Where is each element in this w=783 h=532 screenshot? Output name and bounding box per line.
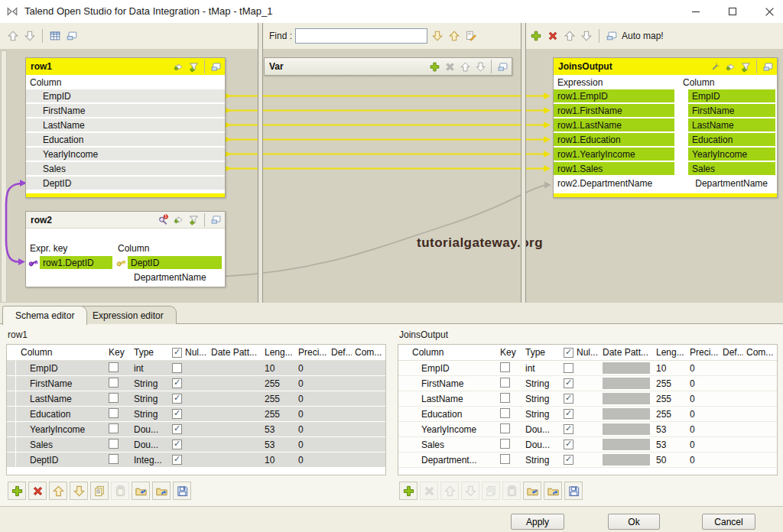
key-checkbox[interactable] <box>500 454 510 464</box>
schema-length[interactable]: 10 <box>262 363 295 374</box>
delete-row-button[interactable] <box>28 482 47 500</box>
save-button[interactable] <box>564 482 583 500</box>
row1-field-firstname[interactable]: FirstName <box>26 104 225 118</box>
find-previous-up-icon[interactable] <box>447 29 461 43</box>
tab-expression-editor[interactable]: Expression editor <box>80 306 177 324</box>
filter-add-icon[interactable] <box>187 60 200 73</box>
row2-departmentname-cell[interactable]: DepartmentName <box>114 270 223 284</box>
output-row[interactable]: row1.LastNameLastName <box>554 118 777 133</box>
nullable-all-checkbox[interactable] <box>564 348 573 358</box>
nullable-checkbox[interactable] <box>564 440 573 449</box>
wrench-icon[interactable] <box>708 60 722 73</box>
row2-field-row[interactable]: DepartmentName <box>26 270 225 284</box>
window-icon[interactable] <box>209 60 223 73</box>
remove-var-icon[interactable] <box>443 60 456 73</box>
nullable-checkbox[interactable] <box>172 440 182 449</box>
add-row-button[interactable] <box>399 482 417 500</box>
nullable-checkbox[interactable] <box>564 394 573 404</box>
schema-row[interactable]: EmpIDint100 <box>398 361 777 376</box>
minimize-button[interactable] <box>679 0 713 23</box>
schema-precision[interactable]: 0 <box>295 363 328 374</box>
schema-column-name[interactable]: FirstName <box>408 378 494 389</box>
joinsoutput-header[interactable]: JoinsOutput <box>554 58 777 75</box>
schema-column-name[interactable]: FirstName <box>16 378 102 389</box>
schema-length[interactable]: 255 <box>262 394 295 404</box>
schema-length[interactable]: 53 <box>653 440 687 450</box>
add-output-icon[interactable] <box>529 29 543 43</box>
maximize-button[interactable] <box>716 0 749 23</box>
schema-row[interactable]: SalesDou...530 <box>398 437 777 453</box>
left-sash-divider[interactable] <box>258 23 263 303</box>
window-icon[interactable] <box>605 29 619 43</box>
output-column-cell[interactable]: Sales <box>688 162 775 175</box>
schema-precision[interactable]: 0 <box>295 378 328 389</box>
schema-row[interactable]: FirstNameString2550 <box>7 376 385 391</box>
schema-type[interactable]: int <box>131 363 166 374</box>
schema-row[interactable]: SalesDou...530 <box>7 437 385 453</box>
move-up-icon[interactable] <box>458 60 472 73</box>
load-schema-button[interactable] <box>523 482 541 500</box>
schema-precision[interactable]: 0 <box>687 455 720 466</box>
key-checkbox[interactable] <box>109 439 119 449</box>
schema-row[interactable]: EmpIDint100 <box>7 361 385 376</box>
move-up-icon[interactable] <box>6 29 20 43</box>
load-schema-button[interactable] <box>132 482 150 500</box>
schema-row[interactable]: LastNameString2550 <box>398 391 777 407</box>
row1-field-deptid[interactable]: DeptID <box>26 177 225 191</box>
schema-column-name[interactable]: YearlyIncome <box>408 424 494 435</box>
output-row[interactable]: row1.EducationEducation <box>554 133 777 148</box>
output-column-cell[interactable]: LastName <box>688 118 775 131</box>
nullable-checkbox[interactable] <box>564 455 573 465</box>
output-column-cell[interactable]: FirstName <box>688 104 775 117</box>
schema-length[interactable]: 255 <box>653 409 687 420</box>
save-button[interactable] <box>173 482 191 500</box>
output-expression-cell[interactable]: row1.Education <box>554 133 674 146</box>
schema-precision[interactable]: 0 <box>295 394 328 404</box>
schema-column-name[interactable]: EmpID <box>16 363 102 374</box>
schema-type[interactable]: String <box>522 394 557 404</box>
left-scroll-gutter[interactable] <box>1 50 7 303</box>
move-up-icon[interactable] <box>563 29 577 43</box>
schema-precision[interactable]: 0 <box>295 455 328 466</box>
output-column-cell[interactable]: EmpID <box>688 89 775 102</box>
find-input[interactable] <box>295 28 427 44</box>
schema-row[interactable]: YearlyIncomeDou...530 <box>398 422 777 437</box>
schema-precision[interactable]: 0 <box>687 363 720 374</box>
schema-column-name[interactable]: EmpID <box>408 363 494 374</box>
schema-row[interactable]: LastNameString2550 <box>7 391 385 407</box>
schema-type[interactable]: String <box>522 455 557 466</box>
row1-header[interactable]: row1 <box>26 58 225 75</box>
nullable-checkbox[interactable] <box>172 378 182 388</box>
header-default[interactable]: Def... <box>328 347 352 358</box>
output-row[interactable]: row1.YearlyIncomeYearlyIncome <box>554 148 777 162</box>
remove-output-icon[interactable] <box>546 29 560 43</box>
output-column-cell[interactable]: Education <box>688 133 775 146</box>
row1-field-lastname[interactable]: LastName <box>26 118 225 133</box>
key-checkbox[interactable] <box>109 393 119 403</box>
row2-header[interactable]: row2 1 <box>26 212 225 229</box>
header-key[interactable]: Key <box>494 347 522 358</box>
cancel-button[interactable]: Cancel <box>702 514 755 530</box>
schema-precision[interactable]: 0 <box>295 440 328 450</box>
tab-schema-editor[interactable]: Schema editor <box>2 306 87 325</box>
add-row-button[interactable] <box>8 482 26 500</box>
schema-type[interactable]: Dou... <box>522 424 557 435</box>
schema-column-name[interactable]: LastName <box>408 394 494 404</box>
output-expression-cell[interactable]: row1.EmpID <box>554 89 674 102</box>
schema-column-name[interactable]: Education <box>16 409 102 420</box>
schema-length[interactable]: 255 <box>262 409 295 420</box>
row1-field-sales[interactable]: Sales <box>26 162 225 177</box>
schema-type[interactable]: Dou... <box>131 440 166 450</box>
schema-precision[interactable]: 0 <box>687 440 720 450</box>
window-icon[interactable] <box>209 213 223 227</box>
schema-type[interactable]: String <box>131 378 166 389</box>
output-row[interactable]: row1.FirstNameFirstName <box>554 104 777 118</box>
window-icon[interactable] <box>65 29 79 43</box>
header-type[interactable]: Type <box>131 347 166 358</box>
schema-column-name[interactable]: Education <box>408 409 494 420</box>
schema-precision[interactable]: 0 <box>687 409 720 420</box>
output-expression-cell[interactable]: row1.Sales <box>554 162 674 175</box>
row2-column-cell[interactable]: DeptID <box>128 256 222 269</box>
header-default[interactable]: Def... <box>720 347 743 358</box>
output-expression-cell[interactable]: row2.DepartmentName <box>554 177 678 190</box>
